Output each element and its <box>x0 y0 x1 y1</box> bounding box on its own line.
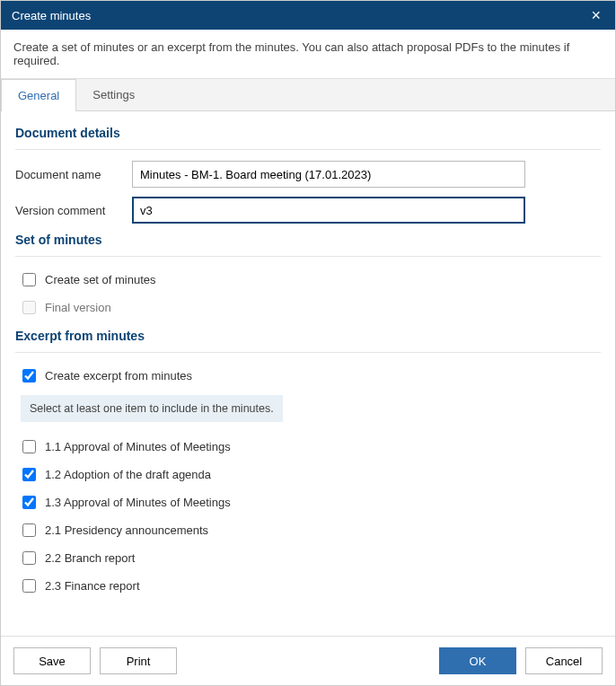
ok-button[interactable]: OK <box>439 647 516 674</box>
document-name-input[interactable] <box>132 161 525 188</box>
create-set-label: Create set of minutes <box>45 273 156 286</box>
excerpt-item-checkbox[interactable] <box>22 523 36 537</box>
excerpt-item-label: 1.1 Approval of Minutes of Meetings <box>45 440 231 453</box>
dialog-description: Create a set of minutes or an excerpt fr… <box>1 30 615 79</box>
label-document-name: Document name <box>15 168 132 181</box>
excerpt-item-checkbox[interactable] <box>22 468 36 481</box>
row-create-excerpt: Create excerpt from minutes <box>15 364 601 391</box>
excerpt-item: 2.3 Finance report <box>15 574 601 602</box>
excerpt-item: 1.3 Approval of Minutes of Meetings <box>15 490 601 518</box>
section-set-of-minutes: Set of minutes <box>15 233 601 247</box>
close-icon[interactable]: × <box>587 7 604 23</box>
cancel-button[interactable]: Cancel <box>525 647 603 674</box>
excerpt-item-label: 2.2 Branch report <box>45 551 135 565</box>
excerpt-item: 2.2 Branch report <box>15 546 601 574</box>
excerpt-item-checkbox[interactable] <box>22 440 36 453</box>
save-button[interactable]: Save <box>13 647 91 674</box>
titlebar: Create minutes × <box>1 1 615 30</box>
content-area: Document details Document name Version c… <box>1 111 615 636</box>
row-version-comment: Version comment <box>15 197 601 224</box>
divider <box>15 149 601 150</box>
tab-settings[interactable]: Settings <box>76 79 152 110</box>
divider <box>15 352 601 353</box>
excerpt-item-checkbox[interactable] <box>22 579 36 593</box>
label-version-comment: Version comment <box>15 204 132 217</box>
create-excerpt-checkbox[interactable] <box>22 369 36 383</box>
excerpt-item-label: 1.3 Approval of Minutes of Meetings <box>45 496 231 509</box>
excerpt-item-checkbox[interactable] <box>22 551 36 565</box>
excerpt-item-label: 2.1 Presidency announcements <box>45 523 208 537</box>
row-create-set: Create set of minutes <box>15 268 601 295</box>
create-set-checkbox[interactable] <box>22 273 36 286</box>
tabs: General Settings <box>1 79 615 111</box>
excerpt-item: 1.1 Approval of Minutes of Meetings <box>15 435 601 462</box>
tab-general[interactable]: General <box>1 79 76 111</box>
excerpt-item-checkbox[interactable] <box>22 496 36 509</box>
section-document-details: Document details <box>15 126 601 140</box>
excerpt-item-list: 1.1 Approval of Minutes of Meetings1.2 A… <box>15 435 601 602</box>
excerpt-info-banner: Select at least one item to include in t… <box>21 395 283 422</box>
dialog-title: Create minutes <box>12 9 91 22</box>
excerpt-item: 2.1 Presidency announcements <box>15 518 601 546</box>
print-button[interactable]: Print <box>100 647 177 674</box>
divider <box>15 256 601 257</box>
excerpt-item-label: 2.3 Finance report <box>45 579 140 593</box>
create-excerpt-label: Create excerpt from minutes <box>45 369 192 383</box>
row-document-name: Document name <box>15 161 601 188</box>
section-excerpt: Excerpt from minutes <box>15 329 601 343</box>
row-final-version: Final version <box>15 295 601 323</box>
excerpt-item: 1.2 Adoption of the draft agenda <box>15 462 601 490</box>
version-comment-input[interactable] <box>132 197 525 224</box>
footer: Save Print OK Cancel <box>1 636 615 685</box>
final-version-checkbox[interactable] <box>22 301 36 314</box>
excerpt-item-label: 1.2 Adoption of the draft agenda <box>45 468 211 481</box>
final-version-label: Final version <box>45 301 111 314</box>
